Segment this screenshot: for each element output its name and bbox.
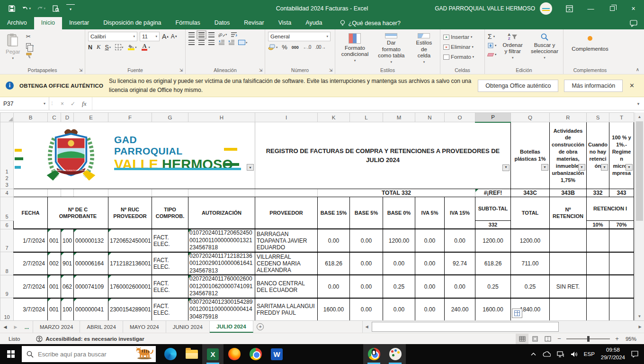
align-right-icon[interactable] bbox=[208, 40, 215, 45]
more-info-button[interactable]: Más información bbox=[564, 80, 623, 92]
cell-343c[interactable]: 343C bbox=[511, 189, 550, 197]
cell-autorizacion[interactable]: 0107202401172065245000120011000000001321… bbox=[188, 229, 255, 252]
column-header-r[interactable]: R bbox=[550, 113, 587, 122]
cell-total[interactable]: 0.25 bbox=[511, 275, 550, 298]
cell-styles-button[interactable]: Estilos de celda▾ bbox=[411, 32, 437, 65]
merge-center-button[interactable]: ▾ bbox=[238, 40, 247, 45]
taskbar-excel-icon[interactable]: X bbox=[202, 344, 224, 364]
get-genuine-office-button[interactable]: Obtenga Office auténtico bbox=[478, 80, 558, 92]
align-left-icon[interactable] bbox=[188, 40, 195, 45]
cell-iva5[interactable]: 0.00 bbox=[415, 229, 445, 252]
column-header-q[interactable]: Q bbox=[511, 113, 550, 122]
cell-iva5[interactable]: 0.00 bbox=[415, 298, 445, 320]
tell-me-search[interactable]: ¿Qué desea hacer? bbox=[340, 17, 401, 29]
formula-input[interactable] bbox=[92, 97, 633, 110]
taskbar-search[interactable] bbox=[22, 346, 156, 362]
cell-num-retencion[interactable] bbox=[550, 229, 587, 252]
zoom-in-icon[interactable]: + bbox=[612, 335, 622, 342]
cell-fecha[interactable]: 2/7/2024 bbox=[14, 275, 48, 298]
cell-proveedor[interactable]: BANCO CENTRAL DEL ECUADOR bbox=[255, 275, 318, 298]
expand-formula-bar-icon[interactable]: ▾ bbox=[633, 97, 644, 110]
horizontal-scrollbar-thumb[interactable] bbox=[372, 322, 559, 332]
cell-num-retencion[interactable] bbox=[550, 252, 587, 275]
insert-function-icon[interactable]: fx bbox=[82, 100, 86, 108]
filter-dropdown-icon[interactable]: ▼ bbox=[247, 164, 254, 171]
cell-332[interactable]: 332 bbox=[587, 189, 609, 197]
scroll-down-icon[interactable]: ▼ bbox=[635, 312, 644, 320]
sheet-nav-left-icon[interactable]: ◀ bbox=[0, 321, 10, 333]
taskbar-edge-icon[interactable] bbox=[160, 344, 181, 364]
cell-base0[interactable]: 1200.00 bbox=[383, 229, 415, 252]
zoom-out-icon[interactable]: − bbox=[554, 335, 564, 342]
taskbar-clock[interactable]: 09:58 29/7/2024 bbox=[601, 346, 625, 361]
cell-base15[interactable]: 618.26 bbox=[318, 252, 350, 275]
tab-ayuda[interactable]: Ayuda bbox=[298, 17, 329, 29]
network-icon[interactable] bbox=[557, 351, 564, 357]
cell-comprobante-3[interactable]: 000000041 bbox=[74, 298, 108, 320]
cell-iva15[interactable]: 240.00 bbox=[445, 298, 475, 320]
row-header-6[interactable]: 6 bbox=[0, 221, 14, 229]
taskbar-chrome-icon[interactable] bbox=[245, 344, 266, 364]
cell-autorizacion[interactable]: 0307202401230015428900120011000000000414… bbox=[188, 298, 255, 320]
paste-button[interactable]: Pegar ▾ bbox=[3, 32, 23, 65]
column-header-h[interactable]: H bbox=[188, 113, 255, 122]
header-base15[interactable]: BASE 15% bbox=[318, 197, 350, 229]
autosum-button[interactable]: Σ▾ bbox=[488, 33, 496, 40]
cell-iva5[interactable]: 0.00 bbox=[415, 252, 445, 275]
insert-cells-button[interactable]: Insertar▾ bbox=[443, 33, 474, 41]
cell-empty[interactable] bbox=[255, 189, 318, 197]
sheet-tab-abril[interactable]: ABRIL 2024 bbox=[80, 321, 123, 333]
cell-ruc[interactable]: 1760002600001 bbox=[108, 275, 152, 298]
taskbar-word-icon[interactable]: W bbox=[266, 344, 287, 364]
cell-retencion-10[interactable] bbox=[587, 275, 609, 298]
clear-button[interactable]: ▾ bbox=[488, 51, 496, 58]
delete-cells-button[interactable]: Eliminar▾ bbox=[443, 43, 474, 51]
sheet-tab-junio[interactable]: JUNIO 2024 bbox=[166, 321, 210, 333]
cell-iva15[interactable]: 92.74 bbox=[445, 252, 475, 275]
header-10pct[interactable]: 10% bbox=[587, 221, 609, 229]
scroll-left-icon[interactable]: ◀ bbox=[363, 325, 371, 329]
cell-retencion-70[interactable] bbox=[609, 298, 634, 320]
cell-header-botellas[interactable]: Botellas plásticas 1%▼ bbox=[511, 122, 550, 189]
cell-ruc[interactable]: 1712182136001 bbox=[108, 252, 152, 275]
cell-subtotal[interactable]: 0.25 bbox=[475, 275, 511, 298]
filter-dropdown-icon[interactable]: ▼ bbox=[502, 164, 510, 171]
tab-disposicion[interactable]: Disposición de página bbox=[96, 17, 168, 29]
header-iva15[interactable]: IVA 15% bbox=[445, 197, 475, 229]
cell-retencion-70[interactable] bbox=[609, 229, 634, 252]
column-header-i[interactable]: I bbox=[255, 113, 318, 122]
header-proveedor[interactable]: PROVEEDOR bbox=[255, 197, 318, 229]
notice-close-icon[interactable]: ✕ bbox=[628, 82, 638, 89]
cell-report-title[interactable]: REGISTRO DE FACTURAS DE COMPRA Y RETENCI… bbox=[255, 122, 511, 189]
cell-comprobante-3[interactable]: 000074109 bbox=[74, 275, 108, 298]
header-ruc[interactable]: Nº RUC PROVEEDOR bbox=[108, 197, 152, 229]
align-top-icon[interactable] bbox=[188, 32, 195, 37]
cell-total[interactable]: 1200.00 bbox=[511, 229, 550, 252]
tray-chevron-icon[interactable] bbox=[531, 352, 536, 356]
accessibility-status[interactable]: Accesibilidad: es necesario investigar bbox=[36, 336, 144, 342]
column-header-o[interactable]: O bbox=[445, 113, 475, 122]
cell-empty[interactable] bbox=[14, 189, 48, 197]
borders-button[interactable]: ▾ bbox=[115, 44, 123, 50]
cell-logo[interactable]: VALLE HERMOSO TURÍSTICO Y PRODUCTIVO GAD… bbox=[14, 122, 255, 189]
header-subtotal[interactable]: SUBTO-TAL bbox=[475, 197, 511, 221]
tab-revisar[interactable]: Revisar bbox=[237, 17, 271, 29]
format-as-table-button[interactable]: Dar formato como tabla▾ bbox=[375, 32, 408, 65]
taskbar-chrome-profile-icon[interactable] bbox=[363, 344, 385, 364]
print-preview-icon[interactable] bbox=[52, 4, 60, 13]
header-fecha[interactable]: FECHA bbox=[14, 197, 48, 229]
cell-header-construccion[interactable]: Actividades de construcción de obra mate… bbox=[550, 122, 587, 189]
page-layout-view-button[interactable] bbox=[528, 334, 541, 344]
conditional-format-button[interactable]: Formato condicional▾ bbox=[338, 32, 372, 65]
scroll-right-icon[interactable]: ▶ bbox=[636, 325, 644, 329]
row-headers-1-2-3[interactable]: 123 bbox=[0, 122, 14, 189]
cell-comprobante-1[interactable]: 001 bbox=[48, 298, 61, 320]
redo-icon[interactable]: ▾ bbox=[37, 4, 45, 13]
confirm-entry-icon[interactable]: ✓ bbox=[71, 100, 75, 107]
column-header-m[interactable]: M bbox=[383, 113, 415, 122]
cell-ruc[interactable]: 1720652450001 bbox=[108, 229, 152, 252]
cell-retencion-70[interactable] bbox=[609, 275, 634, 298]
name-box-dropdown-icon[interactable]: ▾ bbox=[44, 101, 45, 106]
new-sheet-button[interactable]: + bbox=[253, 321, 268, 333]
increase-indent-button[interactable] bbox=[228, 40, 234, 45]
